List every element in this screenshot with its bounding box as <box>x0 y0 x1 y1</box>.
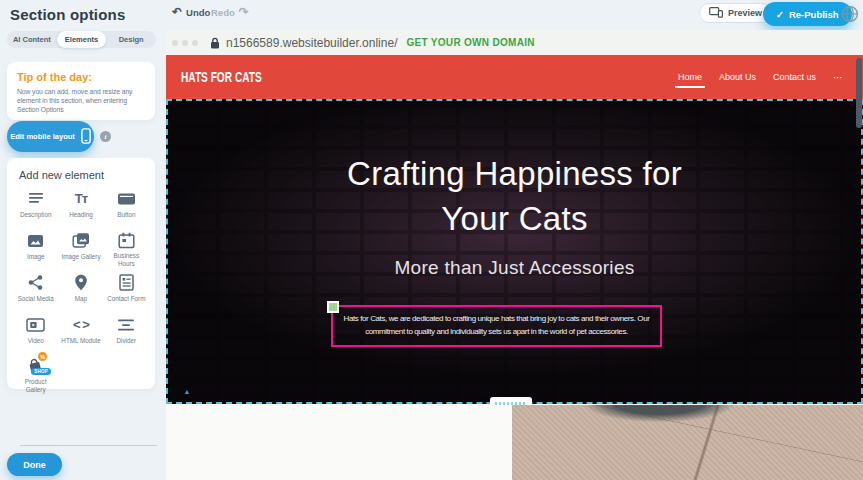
element-label: Button <box>117 211 135 219</box>
left-panel: AI Content Elements Design Tip of the da… <box>0 0 166 480</box>
redo-label: Redo <box>211 7 235 18</box>
info-icon[interactable]: i <box>100 131 111 142</box>
element-map[interactable]: Map <box>58 272 103 310</box>
panel-divider <box>20 445 157 446</box>
element-social-media[interactable]: Social Media <box>13 272 58 310</box>
traffic-dot <box>172 40 178 46</box>
element-divider[interactable]: Divider <box>104 314 149 352</box>
traffic-dot <box>192 40 198 46</box>
shop-badge: SHOP <box>31 368 51 375</box>
button-icon <box>117 188 136 209</box>
element-button[interactable]: Button <box>104 188 149 226</box>
tab-design[interactable]: Design <box>106 31 156 48</box>
redo-button[interactable]: Redo ↷ <box>211 6 249 18</box>
element-image[interactable]: Image <box>13 230 58 268</box>
devices-icon <box>709 7 723 20</box>
add-element-title: Add new element <box>19 169 149 181</box>
element-label: Image <box>27 253 45 261</box>
edit-mobile-layout-button[interactable]: Edit mobile layout <box>7 121 94 152</box>
product-gallery-dot: % <box>38 352 47 361</box>
section-resize-arrow-up[interactable]: ▲ <box>166 388 208 395</box>
element-description[interactable]: Description <box>13 188 58 226</box>
element-label: Divider <box>117 337 137 345</box>
info-glyph: i <box>105 133 107 141</box>
undo-icon: ↶ <box>172 6 182 18</box>
tab-label: Elements <box>65 35 98 44</box>
tab-label: Design <box>119 35 144 44</box>
republish-label: Re-Publish <box>789 9 839 20</box>
hero-subtitle[interactable]: More than Just Accessories <box>168 257 861 279</box>
element-product-gallery[interactable]: % SHOP Product Gallery <box>13 356 58 394</box>
element-label: Social Media <box>18 295 54 303</box>
next-section <box>166 405 863 480</box>
description-icon <box>27 188 45 209</box>
hero-title[interactable]: Crafting Happiness for Your Cats <box>168 151 861 241</box>
element-label: Contact Form <box>107 295 145 303</box>
element-heading[interactable]: Tт Heading <box>58 188 103 226</box>
resize-handle[interactable] <box>327 301 339 313</box>
site-url[interactable]: n1566589.websitebuilder.online/ <box>226 36 397 50</box>
product-gallery-icon: % SHOP <box>27 356 44 376</box>
element-label: Product Gallery <box>15 378 57 394</box>
tip-title: Tip of the day: <box>17 71 145 83</box>
element-grid: Description Tт Heading Button Image <box>13 188 149 394</box>
element-business-hours[interactable]: Business Hours <box>104 230 149 268</box>
nav-about-us[interactable]: About Us <box>719 68 756 86</box>
hero-paragraph-box[interactable]: Hats for Cats, we are dedicated to craft… <box>331 305 662 347</box>
element-label: Map <box>75 295 87 303</box>
get-domain-link[interactable]: GET YOUR OWN DOMAIN <box>406 37 534 48</box>
element-video[interactable]: Video <box>13 314 58 352</box>
tip-card: Tip of the day: Now you can add, move an… <box>7 62 155 120</box>
site-logo[interactable]: HATS FOR CATS <box>181 69 262 86</box>
nav-contact-us[interactable]: Contact us <box>773 68 816 86</box>
undo-label: Undo <box>186 7 210 18</box>
tip-body: Now you can add, move and resize any ele… <box>17 87 145 115</box>
hero-section[interactable]: Crafting Happiness for Your Cats More th… <box>166 99 863 404</box>
republish-button[interactable]: ✓ Re-Publish <box>763 2 852 26</box>
element-image-gallery[interactable]: Image Gallery <box>58 230 103 268</box>
browser-bar: n1566589.websitebuilder.online/ GET YOUR… <box>166 30 863 55</box>
element-html-module[interactable]: < > HTML Module <box>58 314 103 352</box>
tab-elements[interactable]: Elements <box>57 31 107 48</box>
lock-icon <box>210 37 220 49</box>
element-contact-form[interactable]: Contact Form <box>104 272 149 310</box>
contact-form-icon <box>119 272 134 293</box>
traffic-dot <box>182 40 188 46</box>
html-module-icon: < > <box>73 314 89 335</box>
add-element-panel: Add new element Description Tт Heading B… <box>7 158 155 389</box>
site-header: HATS FOR CATS Home About Us Contact us ⋯ <box>166 55 863 99</box>
element-label: HTML Module <box>61 337 100 345</box>
image-gallery-icon <box>72 230 90 251</box>
hero-paragraph: Hats for Cats, we are dedicated to craft… <box>341 313 652 339</box>
nav-home[interactable]: Home <box>678 68 702 86</box>
preview-label: Preview <box>728 8 762 18</box>
video-icon <box>26 314 45 335</box>
social-media-icon <box>27 272 44 293</box>
site-preview: n1566589.websitebuilder.online/ GET YOUR… <box>166 30 863 480</box>
preview-button[interactable]: Preview <box>699 3 772 23</box>
divider-icon <box>117 314 135 335</box>
undo-button[interactable]: ↶ Undo <box>172 6 210 18</box>
phone-icon <box>81 128 91 146</box>
nav-more-icon[interactable]: ⋯ <box>833 72 843 83</box>
edit-mobile-label: Edit mobile layout <box>10 132 75 141</box>
element-label: Image Gallery <box>61 253 100 261</box>
globe-icon[interactable] <box>841 5 859 23</box>
carpet-photo <box>512 405 863 480</box>
panel-tabs: AI Content Elements Design <box>7 31 156 48</box>
site-nav: Home About Us Contact us ⋯ <box>678 68 843 86</box>
element-label: Description <box>20 211 52 219</box>
done-button[interactable]: Done <box>7 453 62 476</box>
preview-scrollbar[interactable] <box>856 58 862 128</box>
heading-icon: Tт <box>75 188 87 209</box>
check-icon: ✓ <box>776 9 784 20</box>
hero-title-line2: Your Cats <box>168 196 861 241</box>
redo-icon: ↷ <box>239 6 249 18</box>
tab-ai-content[interactable]: AI Content <box>7 31 57 48</box>
map-pin-icon <box>74 272 88 293</box>
hero-title-line1: Crafting Happiness for <box>168 151 861 196</box>
element-label: Business Hours <box>105 252 147 268</box>
element-label: Video <box>28 337 44 345</box>
element-label: Heading <box>69 211 92 219</box>
image-icon <box>27 230 44 251</box>
